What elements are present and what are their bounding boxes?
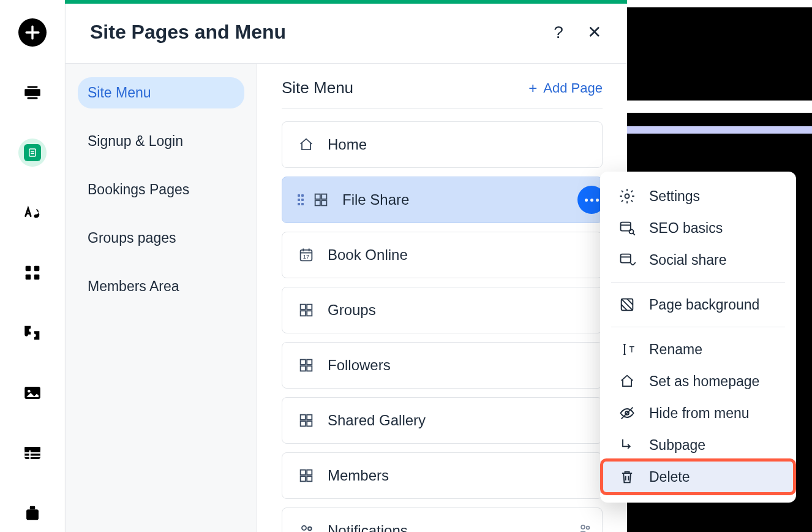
svg-rect-7 (34, 266, 40, 272)
rail-apps-button[interactable] (18, 259, 47, 287)
sidebar-item-signup-login[interactable]: Signup & Login (78, 126, 244, 157)
page-item-home[interactable]: Home (282, 121, 603, 168)
svg-rect-1 (28, 86, 38, 88)
svg-rect-29 (307, 305, 312, 310)
plus-icon (22, 22, 43, 43)
svg-point-11 (28, 390, 31, 393)
ctx-social-share[interactable]: Social share (600, 244, 796, 276)
svg-rect-2 (28, 97, 38, 99)
svg-rect-37 (307, 415, 312, 420)
ctx-set-homepage[interactable]: Set as homepage (600, 365, 796, 397)
people-icon (297, 522, 315, 532)
svg-rect-31 (307, 311, 312, 316)
svg-rect-32 (301, 360, 306, 365)
home-icon (297, 135, 315, 154)
grid-icon (297, 411, 315, 430)
sidebar-item-members-area[interactable]: Members Area (78, 271, 244, 302)
drag-handle-icon[interactable] (297, 194, 306, 206)
page-item-shared-gallery[interactable]: Shared Gallery (282, 397, 603, 444)
ctx-rename[interactable]: T Rename (600, 333, 796, 365)
grid-icon (297, 356, 315, 374)
grid-icon (312, 191, 330, 209)
page-item-file-share[interactable]: File Share (282, 177, 603, 223)
svg-rect-3 (29, 149, 36, 156)
page-label: Members (328, 467, 389, 484)
svg-rect-0 (24, 89, 40, 96)
rail-screens-button[interactable] (18, 78, 47, 107)
ctx-seo-basics[interactable]: SEO basics (600, 212, 796, 244)
rail-store-button[interactable] (18, 499, 47, 527)
close-button[interactable]: ✕ (585, 24, 603, 41)
page-label: Notifications (328, 522, 408, 532)
ctx-delete[interactable]: Delete (600, 461, 796, 493)
svg-point-46 (581, 525, 585, 529)
pages-icon (24, 144, 41, 161)
page-item-notifications[interactable]: Notifications (282, 507, 603, 532)
page-label: Book Online (328, 246, 408, 264)
pattern-icon (618, 296, 636, 313)
svg-rect-49 (621, 222, 631, 231)
help-button[interactable]: ? (550, 24, 567, 41)
svg-rect-18 (30, 506, 36, 510)
store-icon (22, 503, 43, 523)
trash-icon (618, 468, 636, 485)
svg-rect-41 (307, 470, 312, 475)
svg-point-48 (625, 194, 630, 199)
page-label: Groups (328, 302, 376, 319)
ctx-settings[interactable]: Settings (600, 180, 796, 212)
svg-rect-19 (315, 194, 320, 199)
plus-icon: + (528, 81, 537, 96)
svg-line-59 (627, 299, 633, 305)
panel-header: Site Pages and Menu ? ✕ (66, 4, 627, 64)
canvas-strip-2 (627, 101, 812, 113)
sidebar-item-bookings-pages[interactable]: Bookings Pages (78, 174, 244, 205)
ctx-label: Subpage (649, 437, 705, 454)
rail-add-button[interactable] (18, 18, 47, 47)
rail-pages-button[interactable] (18, 139, 47, 167)
page-item-book-online[interactable]: 17 Book Online (282, 232, 603, 278)
gear-icon (618, 188, 636, 205)
calendar-icon: 17 (297, 246, 315, 264)
sidebar-item-site-menu[interactable]: Site Menu (78, 77, 244, 108)
media-icon (22, 382, 43, 403)
rail-theme-button[interactable] (18, 199, 47, 227)
social-icon (618, 251, 636, 268)
left-railbar (0, 0, 65, 532)
svg-rect-35 (307, 366, 312, 371)
ctx-separator (611, 327, 785, 327)
ctx-hide-from-menu[interactable]: Hide from menu (600, 397, 796, 429)
svg-rect-33 (307, 360, 312, 365)
rail-media-button[interactable] (18, 379, 47, 407)
svg-rect-21 (315, 200, 320, 205)
ctx-subpage[interactable]: Subpage (600, 429, 796, 461)
svg-rect-9 (34, 275, 40, 280)
ctx-page-background[interactable]: Page background (600, 289, 796, 321)
page-item-groups[interactable]: Groups (282, 287, 603, 333)
page-item-members[interactable]: Members (282, 452, 603, 499)
hide-icon (618, 405, 636, 422)
svg-rect-53 (621, 254, 631, 263)
home-icon (618, 373, 636, 390)
svg-rect-6 (26, 266, 31, 272)
content-heading: Site Menu (282, 78, 353, 97)
seo-icon (618, 219, 636, 237)
add-page-button[interactable]: + Add Page (528, 80, 603, 96)
ctx-separator (611, 282, 785, 283)
svg-point-47 (587, 526, 590, 530)
page-context-menu: Settings SEO basics Social share Page ba… (600, 172, 796, 503)
svg-rect-20 (321, 194, 326, 199)
sidebar-item-groups-pages[interactable]: Groups pages (78, 222, 244, 254)
svg-line-52 (633, 233, 635, 235)
page-label: File Share (342, 191, 409, 208)
close-icon: ✕ (587, 22, 601, 42)
grid-icon (297, 301, 315, 319)
page-item-followers[interactable]: Followers (282, 342, 603, 389)
svg-rect-40 (301, 470, 306, 475)
rail-plugins-button[interactable] (18, 319, 47, 347)
svg-text:T: T (630, 344, 635, 354)
svg-rect-43 (307, 476, 312, 481)
rail-table-button[interactable] (18, 439, 47, 467)
apps-icon (22, 262, 43, 283)
ctx-label: Delete (649, 469, 690, 485)
svg-rect-13 (24, 447, 40, 450)
